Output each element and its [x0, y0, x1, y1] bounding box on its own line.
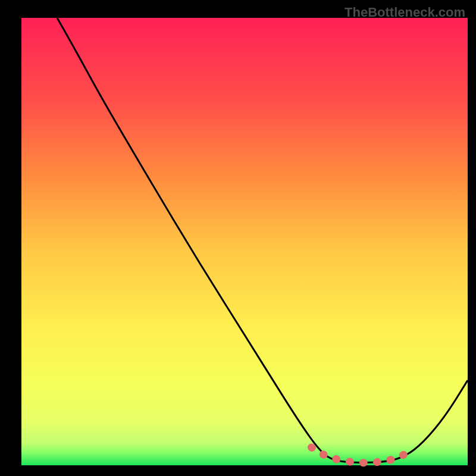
chart-container: TheBottleneck.com — [0, 0, 476, 476]
chart-plot-area — [21, 18, 468, 465]
watermark-text: TheBottleneck.com — [345, 5, 465, 20]
chart-svg — [0, 0, 476, 476]
